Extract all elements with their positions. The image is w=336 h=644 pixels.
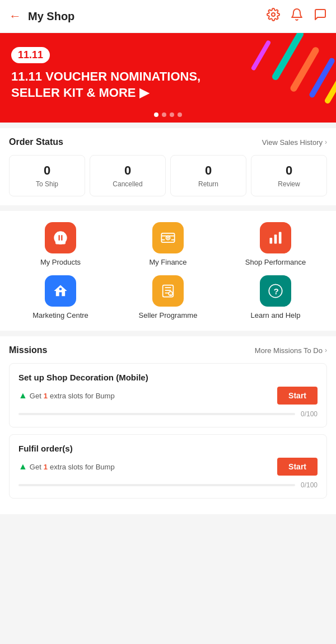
return-count: 0 [175, 163, 241, 178]
shop-performance-icon [260, 222, 291, 253]
seller-programme-label: Seller Programme [139, 311, 198, 319]
my-finance-icon [152, 222, 184, 253]
mission-1-progress-text: 0/100 [301, 410, 318, 418]
order-status-grid: 0 To Ship 0 Cancelled 0 Return 0 Review [9, 155, 327, 196]
missions-header: Missions More Missions To Do › [9, 345, 327, 355]
svg-point-4 [167, 237, 169, 239]
view-sales-history-link[interactable]: View Sales History › [262, 138, 327, 147]
cancelled-label: Cancelled [95, 180, 161, 188]
to-ship-label: To Ship [14, 180, 80, 188]
mission-1-reward-text: ▲ Get 1 extra slots for Bump [18, 391, 115, 401]
mission-card-2: Fulfil order(s) ▲ Get 1 extra slots for … [9, 434, 327, 499]
order-status-header: Order Status View Sales History › [9, 137, 327, 147]
cancelled-count: 0 [95, 163, 161, 178]
feature-shop-performance[interactable]: Shop Performance [224, 222, 327, 266]
chat-icon[interactable] [314, 8, 327, 25]
my-products-icon [45, 222, 76, 253]
features-section: My Products My Finance [0, 211, 336, 331]
mission-2-title: Fulfil order(s) [18, 444, 318, 453]
mission-1-arrow-icon: ▲ [18, 391, 27, 401]
deco-line-5 [251, 40, 272, 71]
svg-rect-6 [274, 234, 277, 243]
feature-my-products[interactable]: My Products [9, 222, 112, 266]
return-label: Return [175, 180, 241, 188]
mission-2-reward: ▲ Get 1 extra slots for Bump Start [18, 458, 318, 476]
svg-point-8 [59, 288, 62, 290]
banner-dot-1 [154, 112, 158, 117]
review-count: 0 [256, 163, 322, 178]
back-button[interactable]: ← [9, 9, 21, 23]
chevron-right-icon: › [325, 138, 327, 146]
chevron-right-icon-missions: › [325, 346, 327, 354]
banner[interactable]: 11.11 11.11 VOUCHER NOMINATIONS, SELLER … [0, 33, 336, 123]
review-label: Review [256, 180, 322, 188]
order-status-section: Order Status View Sales History › 0 To S… [0, 128, 336, 205]
mission-2-arrow-icon: ▲ [18, 462, 27, 472]
marketing-centre-label: Marketing Centre [32, 311, 88, 319]
mission-2-reward-text: ▲ Get 1 extra slots for Bump [18, 462, 115, 472]
order-status-title: Order Status [9, 137, 63, 147]
mission-2-highlight: 1 [44, 463, 48, 471]
feature-my-finance[interactable]: My Finance [116, 222, 220, 266]
mission-2-start-button[interactable]: Start [277, 458, 318, 476]
svg-point-0 [272, 13, 275, 16]
banner-dot-3 [170, 112, 174, 117]
seller-programme-icon: S [152, 275, 184, 307]
settings-icon[interactable] [267, 8, 280, 25]
mission-1-progress-bar [18, 413, 295, 415]
header: ← My Shop [0, 0, 336, 33]
mission-2-progress-text: 0/100 [301, 481, 318, 489]
marketing-centre-icon [45, 275, 76, 307]
header-icons [267, 8, 327, 25]
banner-dot-4 [178, 112, 182, 117]
missions-title: Missions [9, 345, 47, 355]
feature-learn-and-help[interactable]: ? Learn and Help [224, 275, 327, 319]
mission-1-highlight: 1 [44, 392, 48, 400]
page-title: My Shop [28, 10, 267, 23]
to-ship-count: 0 [14, 163, 80, 178]
order-status-review[interactable]: 0 Review [251, 155, 327, 196]
banner-decorations [224, 33, 336, 123]
banner-badge: 11.11 [11, 47, 50, 63]
notifications-icon[interactable] [290, 8, 304, 25]
more-missions-link[interactable]: More Missions To Do › [255, 346, 327, 355]
order-status-to-ship[interactable]: 0 To Ship [9, 155, 85, 196]
banner-dots [154, 112, 182, 117]
svg-text:?: ? [274, 286, 279, 296]
mission-2-progress: 0/100 [18, 481, 318, 489]
learn-and-help-icon: ? [260, 275, 291, 307]
feature-seller-programme[interactable]: S Seller Programme [116, 275, 220, 319]
shop-performance-label: Shop Performance [245, 258, 306, 266]
mission-card-1: Set up Shop Decoration (Mobile) ▲ Get 1 … [9, 363, 327, 427]
order-status-return[interactable]: 0 Return [170, 155, 246, 196]
features-grid: My Products My Finance [9, 222, 327, 319]
my-finance-label: My Finance [149, 258, 186, 266]
order-status-cancelled[interactable]: 0 Cancelled [90, 155, 166, 196]
mission-1-start-button[interactable]: Start [277, 387, 318, 405]
learn-and-help-label: Learn and Help [251, 311, 301, 319]
banner-dot-2 [162, 112, 166, 117]
my-products-label: My Products [40, 258, 81, 266]
mission-2-progress-bar [18, 484, 295, 486]
mission-1-title: Set up Shop Decoration (Mobile) [18, 373, 318, 382]
feature-marketing-centre[interactable]: Marketing Centre [9, 275, 112, 319]
svg-rect-5 [270, 238, 273, 244]
mission-1-progress: 0/100 [18, 410, 318, 418]
svg-text:S: S [170, 293, 172, 297]
mission-1-reward: ▲ Get 1 extra slots for Bump Start [18, 387, 318, 405]
missions-section: Missions More Missions To Do › Set up Sh… [0, 336, 336, 514]
svg-rect-7 [279, 232, 282, 244]
